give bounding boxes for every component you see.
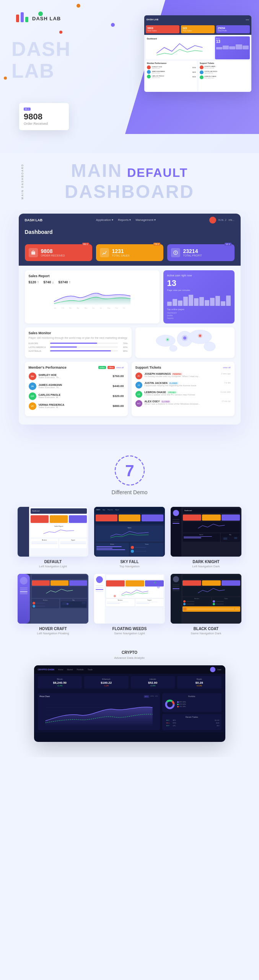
dot-decoration-5 [4, 77, 7, 80]
member-row-2: JA JAMES ASHMANN Sales Executive, Th... … [29, 382, 124, 390]
main-dashboard-label-section: MAIN DASHBOARD MAIN DEFAULT DASHBOARD [0, 153, 259, 210]
member-role-2: Sales Executive, Th... [39, 386, 111, 389]
top-online-pages-list: /dashboard/profile/reports [167, 312, 231, 320]
svg-point-23 [198, 333, 202, 338]
stat-label-orders: ORDER RECEIVED [41, 254, 88, 257]
demo-item-hovercraft[interactable]: Members Ma [18, 574, 88, 635]
stat-icon-profit [171, 248, 180, 257]
logo-text: DASH LAB [32, 16, 61, 21]
bar-11 [221, 301, 225, 306]
bar-6 [194, 298, 199, 306]
member-val-3: $320.00 [113, 394, 124, 398]
stat-badge-sales: 78.1 [153, 243, 160, 246]
demo-label: Different Demo [0, 489, 259, 495]
bar-8 [205, 300, 209, 306]
svg-rect-1 [21, 12, 24, 22]
demo-thumb-darknight: Dashboard [171, 507, 241, 557]
nav-application[interactable]: Application ▾ [96, 218, 113, 222]
dashboard-header: Dashboard [19, 227, 241, 240]
bar-12 [226, 296, 231, 306]
stat-badge-profit: 12.1 [225, 243, 231, 246]
members-view-all[interactable]: view all [116, 366, 124, 369]
demo-sub-hovercraft: Left Navigation Floating [18, 632, 88, 635]
svg-rect-2 [25, 17, 28, 22]
crypto-section: CRYPTO Advance Data Analytic CRYPTO DASH… [0, 643, 259, 757]
stat-number-sales: 1231 [112, 248, 160, 254]
bar-9 [210, 298, 215, 306]
hero-card-badge-label: 86.1 [24, 108, 64, 110]
mini-stat-val-2: $740 ↓ [44, 280, 54, 284]
ticket-content-3: LEBRON OHASE OPENED I need a update sinc… [145, 391, 218, 397]
stat-label-profit: TOTAL PROFIT [183, 254, 231, 257]
member-val-2: $440.00 [113, 384, 124, 388]
content-row-1: Sales Report $120 ↑ $740 ↓ $3740 ↑ [25, 270, 235, 323]
sales-report-title: Sales Report [29, 274, 156, 278]
ticket-icon-3: LO [135, 391, 142, 398]
sales-monitor-title: Sales Monitor [29, 331, 128, 335]
sales-report-card: Sales Report $120 ↑ $740 ↓ $3740 ↑ [25, 270, 160, 323]
demo-number-svg: 7 [114, 455, 145, 486]
svg-point-19 [169, 345, 177, 351]
badge-offline: offline [108, 366, 115, 369]
ticket-row-1: JH JOSEPH HAWKINGS PENDING I'm having tr… [135, 372, 231, 379]
ticket-name-4: ALEX OSEY CLOSED [145, 400, 220, 403]
svg-text:Jan: Jan [54, 307, 56, 309]
ticket-time-2: 7 hr 9th [224, 382, 231, 384]
active-users-subtitle: Page view per minutes [167, 289, 231, 291]
demo-item-default[interactable]: Dashboard Sales Report [18, 507, 88, 568]
svg-point-18 [204, 342, 215, 351]
member-role-3: Sales Executive, M... [39, 396, 111, 399]
stat-icon-orders [29, 248, 38, 257]
ticket-content-2: JUSTIN JACKSEN CLOSED I appreciate helpi… [145, 382, 222, 387]
member-content-3: CARLOS PINOLE Sales Executive, M... [39, 394, 111, 399]
ticket-name-3: LEBRON OHASE OPENED [145, 391, 218, 394]
member-content-4: VERMA FREDERICA Sales Executive, M... [39, 403, 111, 408]
svg-text:7: 7 [125, 462, 134, 480]
active-users-card: Active user right now 13 Page view per m… [163, 270, 235, 323]
stat-content-orders: 9808 ORDER RECEIVED [41, 248, 88, 257]
main-text: MAIN [71, 161, 123, 181]
mini-stat-1: $120 ↑ [29, 280, 39, 284]
svg-rect-0 [16, 15, 19, 22]
demo-item-blackcoat[interactable]: Members Ti [171, 574, 241, 635]
monitor-label-latin: LATIN AMERICA [29, 346, 48, 348]
bar-5 [189, 295, 193, 306]
demo-item-darknight[interactable]: Dashboard [171, 507, 241, 568]
member-row-4: VF VERMA FREDERICA Sales Executive, M...… [29, 402, 124, 410]
content-row-2: Sales Monitor Player still monitoring th… [25, 327, 235, 358]
dashboard-content: Sales Report $120 ↑ $740 ↓ $3740 ↑ [19, 266, 241, 425]
tickets-view-all[interactable]: view all [223, 366, 231, 369]
top-online-label: Top online pages [167, 308, 231, 310]
demo-item-skyfall[interactable]: DASH App Reports Mgmt Sales [94, 507, 165, 568]
ticket-row-4: AO ALEX OSEY CLOSED What I see a feature… [135, 400, 231, 407]
svg-point-25 [166, 338, 169, 341]
hero-logo: DASH LAB [15, 11, 61, 25]
nav-reports[interactable]: Reports ▾ [118, 218, 131, 222]
ticket-time-1: 2 mins ago [221, 372, 230, 375]
ticket-content-1: JOSEPH HAWKINGS PENDING I'm having troub… [145, 372, 219, 378]
monitor-label-australia: AUSTRALIA [29, 350, 48, 352]
ticket-time-4: 17 min 1st [222, 400, 230, 402]
member-role-1: Sales Executive, Th... [39, 376, 111, 379]
monitor-item-latin: LATIN AMERICA 40% [29, 346, 128, 348]
monitor-bar-australia-bg [50, 350, 118, 351]
stat-number-orders: 9808 [41, 248, 88, 254]
demo-sub-blackcoat: Same Navigation Dark [171, 632, 241, 635]
dashboard-card: DASH LAB Application ▾ Reports ▾ Managem… [19, 214, 241, 425]
mini-stat-3: $3740 ↑ [59, 280, 71, 284]
svg-point-21 [182, 335, 188, 341]
nav-user-info: hi.hi. J [218, 219, 226, 221]
ticket-time-3: 11 min 12th [220, 391, 230, 393]
badge-online: online [98, 366, 106, 369]
member-role-4: Sales Executive, M... [39, 406, 111, 408]
world-map-svg [150, 327, 219, 358]
crypto-title: CRYPTO [0, 650, 259, 655]
demo-item-floatingweeds[interactable]: Members Support FLOATING [94, 574, 165, 635]
nav-management[interactable]: Management ▾ [135, 218, 156, 222]
member-val-1: $760.00 [113, 374, 124, 378]
svg-text:May: May [85, 307, 88, 309]
ticket-name-1: JOSEPH HAWKINGS PENDING [145, 372, 219, 375]
stat-content-profit: 23214 TOTAL PROFIT [183, 248, 231, 257]
tickets-card-title: Support Tickets [135, 366, 161, 369]
svg-text:Jun: Jun [92, 307, 94, 309]
